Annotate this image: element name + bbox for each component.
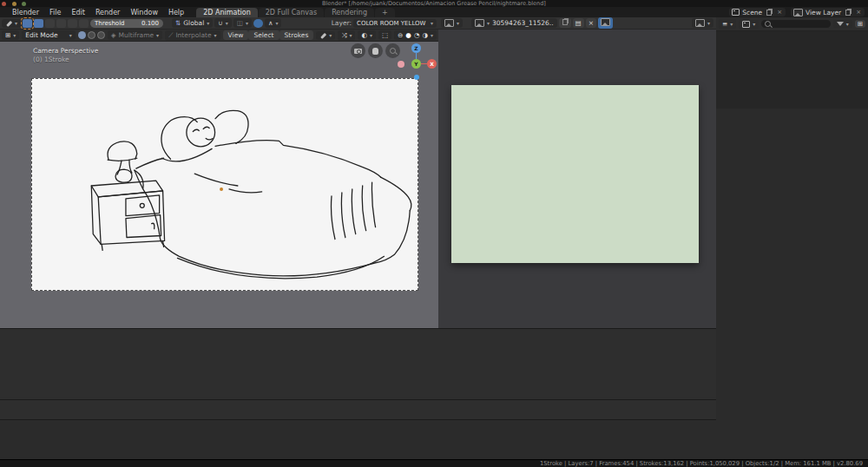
image-name: 30594263_11526.. xyxy=(492,19,554,27)
active-tool-icon[interactable]: ▾ xyxy=(2,19,21,28)
scene-stats: 1Stroke | Layers:7 | Frames:454 | Stroke… xyxy=(540,460,863,467)
image-editor-header: ▾ ▾ 30594263_11526.. ▤ × ▾ xyxy=(438,17,716,30)
proportional-editing-toggle[interactable] xyxy=(253,19,263,28)
falloff-dropdown[interactable]: ∧▾ xyxy=(265,18,282,28)
dope-sheet[interactable] xyxy=(0,328,716,400)
menu-render[interactable]: Render xyxy=(90,9,125,16)
menu-file[interactable]: File xyxy=(44,9,66,16)
workspace-tabs: 2D Animation2D Full CanvasRendering+ xyxy=(196,8,396,17)
overlays-dropdown[interactable]: ◐▾ xyxy=(358,30,376,40)
tweak-tool-button[interactable] xyxy=(23,19,32,28)
timeline[interactable] xyxy=(0,419,716,460)
gizmo-dropdown[interactable]: ⤨▾ xyxy=(338,30,355,41)
select-mode-button[interactable] xyxy=(34,19,43,28)
shading-wireframe-icon[interactable]: ⊖ xyxy=(398,31,403,39)
viewport-3d[interactable]: ▾ Threshold0.100 ⇅Global▾ ∪▾ ◫▾ ∧▾ Layer… xyxy=(0,17,439,328)
view-name-text: Camera Perspective xyxy=(33,47,98,56)
axis-z[interactable]: Z xyxy=(411,43,421,53)
multiframe-dropdown[interactable]: ◈Multiframe▾ xyxy=(108,30,162,40)
filter-dropdown[interactable]: ▾ xyxy=(833,20,852,28)
axis-x-negative[interactable] xyxy=(398,61,404,68)
select-point-toggle[interactable] xyxy=(78,31,86,39)
shading-mode-group[interactable]: ⊖ ● ◔ ◑ ▾ xyxy=(394,30,437,40)
layer-label: Layer: xyxy=(332,19,352,27)
reference-image xyxy=(451,85,699,263)
grease-pencil-drawing xyxy=(32,79,418,290)
viewport-menus: ViewSelectStrokes xyxy=(223,30,314,40)
annotation-dropdown[interactable]: ▾ xyxy=(316,31,335,40)
menu-window[interactable]: Window xyxy=(125,9,163,16)
view-layer-icon xyxy=(793,9,803,16)
outliner-search-input[interactable] xyxy=(761,20,830,28)
shading-solid-icon[interactable]: ● xyxy=(405,31,411,39)
blender-window: Blender* [/home/juank/Documentos/Animaci… xyxy=(0,0,868,467)
viewport-menu-view[interactable]: View xyxy=(223,30,249,40)
workspace-tab-+[interactable]: + xyxy=(375,8,395,17)
image-editor[interactable]: ▾ ▾ 30594263_11526.. ▤ × ▾ xyxy=(438,17,717,328)
menu-help[interactable]: Help xyxy=(163,9,189,16)
mode-dropdown[interactable]: Edit Mode▾ xyxy=(22,30,75,40)
viewport-tool-header: ▾ Threshold0.100 ⇅Global▾ ∪▾ ◫▾ ∧▾ Layer… xyxy=(0,17,438,30)
viewport-overlay-text: Camera Perspective (0) 1Stroke xyxy=(33,47,98,64)
select-mode-button[interactable] xyxy=(68,19,77,28)
fake-user-button[interactable] xyxy=(559,18,571,28)
scene-selector-label: Scene xyxy=(742,9,762,16)
scene-selector[interactable]: Scene × xyxy=(729,8,786,16)
axis-x[interactable]: X xyxy=(427,59,437,69)
snap-dropdown[interactable]: ∪▾ xyxy=(214,18,232,28)
active-object-text: (0) 1Stroke xyxy=(33,56,98,64)
copy-icon[interactable] xyxy=(845,10,851,16)
editor-type-dropdown[interactable]: ⊞▾ xyxy=(2,30,19,40)
interpolate-dropdown[interactable]: ⟋Interpolate▾ xyxy=(165,30,220,41)
image-datablock[interactable]: ▾ 30594263_11526.. xyxy=(471,18,557,28)
viewport-nav-gizmos xyxy=(351,43,400,58)
shading-rendered-icon[interactable]: ◑ xyxy=(422,31,428,39)
pin-image-button[interactable] xyxy=(598,17,613,29)
select-segment-toggle[interactable] xyxy=(97,31,105,39)
image-mode-dropdown[interactable]: ▾ xyxy=(692,18,713,28)
camera-frame[interactable] xyxy=(31,78,418,291)
threshold-slider[interactable]: Threshold0.100 xyxy=(90,19,163,28)
display-mode-dropdown[interactable]: ▾ xyxy=(739,20,759,29)
editor-type-dropdown[interactable]: ≡▾ xyxy=(719,19,736,29)
gp-select-mode-group xyxy=(78,31,105,39)
copy-icon[interactable] xyxy=(766,10,772,16)
close-icon[interactable]: × xyxy=(776,9,783,16)
dope-sheet-collapsed[interactable] xyxy=(0,399,716,420)
outliner[interactable]: ≡▾ ▾ ▾ ⊞ xyxy=(716,17,868,109)
camera-corner-handle[interactable] xyxy=(414,75,419,80)
menu-edit[interactable]: Edit xyxy=(66,9,90,16)
menu-blender[interactable]: Blender xyxy=(7,9,44,16)
snap-toggle[interactable]: ◫▾ xyxy=(233,18,252,28)
main-menu-bar: BlenderFileEditRenderWindowHelp xyxy=(7,9,189,16)
select-mode-button[interactable] xyxy=(56,19,66,28)
workspace-tab-2d-full-canvas[interactable]: 2D Full Canvas xyxy=(259,8,324,17)
viewport-menu-select[interactable]: Select xyxy=(248,30,279,40)
window-title: Blender* [/home/juank/Documentos/Animaci… xyxy=(0,0,868,7)
xray-toggle[interactable]: ⬚ xyxy=(378,30,391,40)
unlink-image-button[interactable]: × xyxy=(586,18,596,28)
properties-editor-bottom[interactable] xyxy=(716,253,868,459)
editor-type-dropdown[interactable]: ▾ xyxy=(441,18,463,28)
pan-view-icon[interactable] xyxy=(368,43,383,58)
properties-editor-top[interactable] xyxy=(716,109,868,253)
select-stroke-toggle[interactable] xyxy=(88,31,95,39)
view-layer-label: View Layer xyxy=(806,9,841,16)
active-layer-dropdown[interactable]: COLOR ROOM YELLOW▾ xyxy=(353,19,437,28)
new-collection-button[interactable]: ⊞ xyxy=(855,20,865,28)
axis-y[interactable]: Y xyxy=(411,59,421,69)
shading-material-icon[interactable]: ◔ xyxy=(414,31,420,39)
workspace-tab-2d-animation[interactable]: 2D Animation xyxy=(196,8,258,17)
status-bar: 1Stroke | Layers:7 | Frames:454 | Stroke… xyxy=(0,459,868,467)
select-mode-button[interactable] xyxy=(45,19,55,28)
workspace-tab-rendering[interactable]: Rendering xyxy=(325,8,374,17)
select-mode-button[interactable] xyxy=(79,19,89,28)
open-image-button[interactable]: ▤ xyxy=(573,18,584,28)
transform-orientation-dropdown[interactable]: ⇅Global▾ xyxy=(172,18,213,28)
viewport-menu-strokes[interactable]: Strokes xyxy=(279,30,314,40)
close-icon[interactable]: × xyxy=(855,9,862,16)
viewport-header: ⊞▾ Edit Mode▾ ◈Multiframe▾ ⟋Interpolate▾… xyxy=(0,30,438,42)
view-layer-selector[interactable]: View Layer × xyxy=(791,8,865,16)
camera-view-icon[interactable] xyxy=(351,43,365,58)
cursor-dot xyxy=(220,187,223,191)
